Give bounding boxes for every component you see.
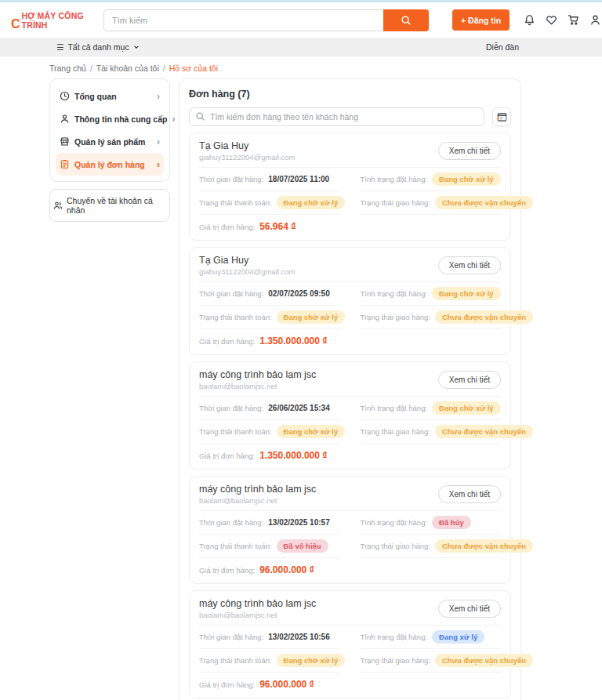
- view-detail-button[interactable]: Xem chi tiết: [438, 371, 501, 389]
- category-bar: ☰ Tất cả danh mục Diễn đàn: [0, 38, 602, 56]
- order-status-badge: Đang chờ xử lý: [432, 287, 501, 300]
- order-time-label: Thời gian đặt hàng:: [199, 289, 263, 298]
- chevron-down-icon: [133, 44, 140, 50]
- switch-account-button[interactable]: Chuyển về tài khoản cá nhân: [49, 189, 170, 222]
- order-card: máy công trình bảo lam jsc baolam@baolam…: [189, 361, 511, 470]
- gear-logo-icon: C: [11, 19, 20, 30]
- chevron-right-icon: ›: [172, 115, 175, 123]
- cart-icon[interactable]: [568, 14, 579, 26]
- order-time-value: 13/02/2025 10:57: [268, 518, 329, 527]
- chevron-right-icon: ›: [157, 138, 160, 146]
- shipping-status-label: Trạng thái giao hàng:: [361, 542, 430, 550]
- breadcrumb-item[interactable]: Tài khoản của tôi: [96, 63, 159, 73]
- sidebar-item-label: Thông tin nhà cung cấp: [74, 114, 167, 124]
- filter-icon: [497, 112, 507, 122]
- payment-status-label: Trạng thái thanh toán:: [199, 542, 272, 550]
- sidebar-item-clipboard[interactable]: Quản lý đơn hàng›: [56, 153, 164, 176]
- shipping-status-badge: Chưa được vận chuyển: [435, 425, 533, 438]
- sidebar-item-store[interactable]: Quản lý sản phẩm›: [56, 130, 164, 153]
- shipping-status-label: Trạng thái giao hàng:: [361, 656, 430, 665]
- breadcrumb-separator: /: [163, 63, 165, 73]
- page-content: Tổng quan›Thông tin nhà cung cấp›Quản lý…: [0, 78, 602, 700]
- search-input[interactable]: [103, 9, 429, 31]
- switch-account-label: Chuyển về tài khoản cá nhân: [67, 196, 166, 215]
- chevron-right-icon: ›: [157, 161, 160, 169]
- clipboard-icon: [60, 159, 70, 169]
- sidebar-item-clock[interactable]: Tổng quan›: [56, 85, 164, 107]
- order-status-badge: Đã hủy: [432, 516, 471, 529]
- post-listing-button[interactable]: + Đăng tin: [452, 9, 510, 31]
- order-time-value: 13/02/2025 10:56: [268, 633, 329, 641]
- filter-button[interactable]: [492, 107, 511, 126]
- order-status-label: Tình trạng đặt hàng:: [361, 404, 428, 412]
- forum-link[interactable]: Diễn đàn: [486, 42, 519, 52]
- customer-email: giahuy31122004@gmail.com: [199, 153, 296, 161]
- site-logo[interactable]: C HỢ MÁY CÔNG TRÌNH: [11, 11, 103, 30]
- order-status-badge: Đang xử lý: [432, 630, 484, 644]
- heart-icon[interactable]: [546, 14, 557, 26]
- shipping-status-label: Trạng thái giao hàng:: [361, 427, 430, 436]
- switch-account-icon: [53, 201, 63, 210]
- order-value: 96.000.000 ₫: [259, 679, 314, 690]
- order-search-input[interactable]: [189, 107, 484, 126]
- store-icon: [60, 136, 70, 147]
- customer-email: giahuy31122004@gmail.com: [199, 267, 296, 276]
- customer-name: Tạ Gia Huy: [199, 140, 296, 151]
- chevron-right-icon: ›: [157, 92, 160, 100]
- order-value-label: Giá trị đơn hàng:: [199, 452, 255, 460]
- order-time-label: Thời gian đặt hàng:: [199, 518, 263, 527]
- bell-icon[interactable]: [524, 14, 535, 26]
- account-sidebar: Tổng quan›Thông tin nhà cung cấp›Quản lý…: [49, 78, 170, 222]
- panel-title: Đơn hàng (7): [189, 89, 511, 100]
- view-detail-button[interactable]: Xem chi tiết: [438, 142, 501, 160]
- customer-email: baolam@baolamjsc.net: [199, 611, 316, 619]
- sidebar-item-label: Tổng quan: [74, 92, 117, 101]
- search-icon: [401, 15, 412, 26]
- order-time-value: 18/07/2025 11:00: [268, 175, 329, 183]
- order-status-badge: Đang chờ xử lý: [432, 172, 501, 186]
- orders-list: Tạ Gia Huy giahuy31122004@gmail.com Xem …: [189, 132, 511, 700]
- shipping-status-badge: Chưa được vận chuyển: [435, 196, 533, 209]
- order-value: 1.350.000.000 ₫: [259, 450, 327, 461]
- payment-status-badge: Đang chờ xử lý: [277, 310, 346, 324]
- breadcrumb-item: Hồ sơ của tôi: [169, 63, 218, 73]
- customer-name: máy công trình bảo lam jsc: [199, 369, 316, 380]
- payment-status-badge: Đang chờ xử lý: [277, 196, 346, 209]
- breadcrumb-separator: /: [90, 63, 92, 73]
- order-time-label: Thời gian đặt hàng:: [199, 175, 263, 183]
- search-icon: [195, 111, 205, 122]
- order-time-label: Thời gian đặt hàng:: [199, 404, 263, 412]
- shipping-status-label: Trạng thái giao hàng:: [361, 313, 430, 321]
- breadcrumb-item[interactable]: Trang chủ: [49, 63, 86, 73]
- order-time-value: 26/06/2025 15:34: [268, 404, 329, 412]
- view-detail-button[interactable]: Xem chi tiết: [438, 256, 501, 274]
- order-value-label: Giá trị đơn hàng:: [199, 680, 255, 689]
- view-detail-button[interactable]: Xem chi tiết: [438, 485, 501, 503]
- payment-status-badge: Đã vô hiệu: [277, 539, 328, 553]
- user-icon[interactable]: [589, 14, 601, 26]
- customer-name: máy công trình bảo lam jsc: [199, 484, 316, 495]
- order-value: 1.350.000.000 ₫: [259, 335, 327, 346]
- site-header: C HỢ MÁY CÔNG TRÌNH + Đăng tin: [0, 2, 602, 38]
- view-detail-button[interactable]: Xem chi tiết: [438, 600, 501, 618]
- order-value-label: Giá trị đơn hàng:: [199, 223, 255, 231]
- account-menu: Tổng quan›Thông tin nhà cung cấp›Quản lý…: [49, 78, 170, 182]
- order-card: Tạ Gia Huy giahuy31122004@gmail.com Xem …: [189, 132, 511, 241]
- order-status-label: Tình trạng đặt hàng:: [361, 633, 428, 641]
- order-card: Tạ Gia Huy giahuy31122004@gmail.com Xem …: [189, 247, 511, 355]
- shipping-status-label: Trạng thái giao hàng:: [361, 198, 430, 207]
- all-categories-menu[interactable]: ☰ Tất cả danh mục: [56, 42, 140, 52]
- order-value: 56.964 ₫: [259, 221, 296, 232]
- customer-name: Tạ Gia Huy: [199, 255, 296, 266]
- header-search: [103, 9, 429, 31]
- clock-icon: [60, 91, 70, 101]
- sidebar-item-label: Quản lý sản phẩm: [74, 137, 145, 147]
- payment-status-label: Trạng thái thanh toán:: [199, 198, 272, 207]
- order-card: máy công trình bảo lam jsc baolam@baolam…: [189, 476, 511, 584]
- sidebar-item-supplier[interactable]: Thông tin nhà cung cấp›: [56, 107, 164, 130]
- payment-status-badge: Đang chờ xử lý: [277, 425, 346, 438]
- breadcrumb: Trang chủ/Tài khoản của tôi/Hồ sơ của tô…: [0, 56, 602, 78]
- customer-email: baolam@baolamjsc.net: [199, 496, 316, 505]
- payment-status-label: Trạng thái thanh toán:: [199, 313, 272, 321]
- search-button[interactable]: [383, 9, 429, 31]
